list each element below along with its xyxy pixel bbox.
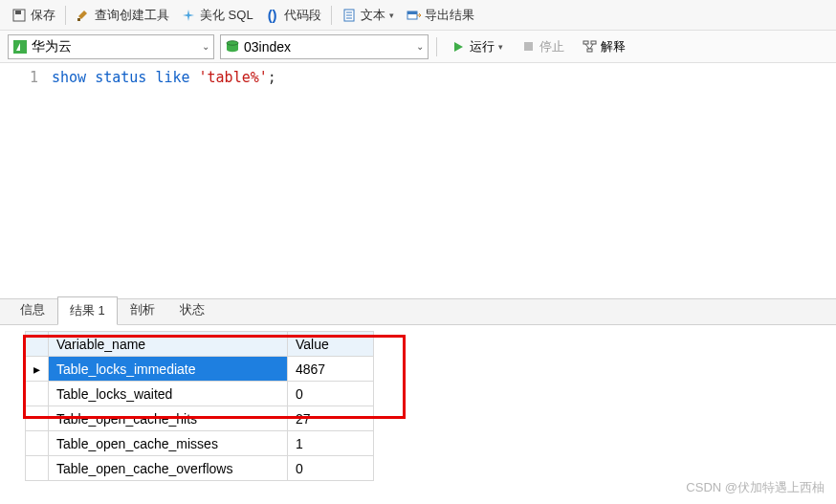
cell-name[interactable]: Table_locks_immediate: [49, 357, 288, 382]
results-grid[interactable]: Variable_name Value ▸ Table_locks_immedi…: [25, 331, 374, 481]
export-label: 导出结果: [425, 7, 474, 24]
cell-value[interactable]: 27: [288, 406, 374, 431]
explain-button[interactable]: 解释: [576, 36, 631, 57]
separator: [65, 6, 66, 25]
chevron-down-icon: ⌄: [416, 41, 424, 52]
col-header-value[interactable]: Value: [288, 332, 374, 357]
cell-value[interactable]: 1: [288, 431, 374, 456]
stop-label: 停止: [539, 38, 564, 55]
line-number: 1: [0, 69, 38, 86]
tab-profile[interactable]: 剖析: [118, 296, 167, 324]
svg-line-16: [585, 44, 589, 49]
main-toolbar: 保存 查询创建工具 美化 SQL () 代码段 文本 ▾ 导出结果: [0, 0, 836, 31]
stop-icon: [520, 39, 536, 55]
cell-name[interactable]: Table_open_cache_overflows: [49, 456, 288, 481]
row-pointer-icon: ▸: [26, 357, 49, 382]
beautify-label: 美化 SQL: [200, 7, 253, 24]
save-icon: [11, 8, 27, 23]
table-row[interactable]: Table_locks_waited 0: [26, 382, 374, 406]
dropdown-arrow-icon: ▾: [389, 11, 394, 20]
table-row[interactable]: Table_open_cache_overflows 0: [26, 456, 374, 481]
document-icon: [341, 8, 357, 23]
keyword-status: status: [95, 69, 146, 86]
semicolon: ;: [268, 69, 276, 86]
save-label: 保存: [31, 7, 55, 24]
connection-icon: [12, 39, 28, 55]
export-icon: [406, 8, 421, 23]
col-header-name[interactable]: Variable_name: [49, 332, 288, 357]
play-icon: [451, 39, 466, 55]
row-indicator: [26, 431, 49, 456]
hammer-icon: [76, 8, 91, 23]
svg-rect-12: [524, 42, 533, 51]
parentheses-icon: (): [265, 8, 280, 23]
cell-name[interactable]: Table_open_cache_misses: [49, 431, 288, 456]
cell-value[interactable]: 0: [288, 382, 374, 406]
text-button[interactable]: 文本 ▾: [338, 5, 398, 26]
run-label: 运行: [470, 38, 495, 55]
connection-value: 华为云: [32, 38, 72, 55]
svg-line-17: [590, 44, 593, 49]
row-indicator-header: [26, 332, 49, 357]
grid-header-row: Variable_name Value: [26, 332, 374, 357]
row-indicator: [26, 382, 49, 406]
table-row[interactable]: Table_open_cache_misses 1: [26, 431, 374, 456]
line-gutter: 1: [0, 63, 48, 298]
text-label: 文本: [361, 7, 385, 24]
cell-value[interactable]: 0: [288, 456, 374, 481]
database-value: 03index: [244, 39, 291, 55]
row-indicator: [26, 456, 49, 481]
svg-rect-8: [407, 11, 417, 14]
separator: [331, 6, 332, 25]
query-builder-label: 查询创建工具: [95, 7, 169, 24]
svg-rect-14: [591, 41, 596, 44]
explain-label: 解释: [601, 38, 626, 55]
keyword-show: show: [52, 69, 86, 86]
sparkle-icon: [181, 8, 196, 23]
run-button[interactable]: 运行 ▾: [445, 36, 509, 57]
keyword-like: like: [155, 69, 189, 86]
connection-combo[interactable]: 华为云 ⌄: [8, 34, 214, 59]
save-button[interactable]: 保存: [8, 5, 59, 26]
query-builder-button[interactable]: 查询创建工具: [72, 5, 173, 26]
watermark: CSDN @伏加特遇上西柚: [686, 479, 825, 496]
code-area[interactable]: show status like 'table%';: [48, 63, 276, 298]
result-tabs: 信息 结果 1 剖析 状态: [0, 298, 836, 325]
tab-result[interactable]: 结果 1: [57, 296, 118, 325]
stop-button[interactable]: 停止: [515, 36, 570, 57]
database-icon: [225, 39, 240, 55]
sql-editor[interactable]: 1 show status like 'table%';: [0, 63, 836, 298]
svg-rect-15: [587, 49, 592, 52]
beautify-button[interactable]: 美化 SQL: [177, 5, 257, 26]
chevron-down-icon: ⌄: [202, 41, 209, 52]
table-row[interactable]: ▸ Table_locks_immediate 4867: [26, 357, 374, 382]
tab-status[interactable]: 状态: [167, 296, 217, 324]
row-indicator: [26, 406, 49, 431]
svg-rect-1: [15, 11, 21, 14]
cell-name[interactable]: Table_open_cache_hits: [49, 406, 288, 431]
svg-rect-13: [583, 41, 588, 44]
cell-value[interactable]: 4867: [288, 357, 374, 382]
snippets-label: 代码段: [284, 7, 321, 24]
database-combo[interactable]: 03index ⌄: [220, 34, 429, 59]
dropdown-arrow-icon: ▾: [498, 42, 503, 52]
cell-name[interactable]: Table_locks_waited: [49, 382, 288, 406]
svg-rect-2: [77, 18, 80, 21]
tab-info[interactable]: 信息: [8, 296, 57, 324]
table-row[interactable]: Table_open_cache_hits 27: [26, 406, 374, 431]
separator: [436, 37, 437, 56]
snippets-button[interactable]: () 代码段: [261, 5, 325, 26]
results-panel: Variable_name Value ▸ Table_locks_immedi…: [0, 331, 836, 481]
string-literal: 'table%': [199, 69, 268, 86]
explain-icon: [582, 39, 597, 55]
connection-bar: 华为云 ⌄ 03index ⌄ 运行 ▾ 停止 解释: [0, 31, 836, 63]
export-button[interactable]: 导出结果: [402, 5, 478, 26]
